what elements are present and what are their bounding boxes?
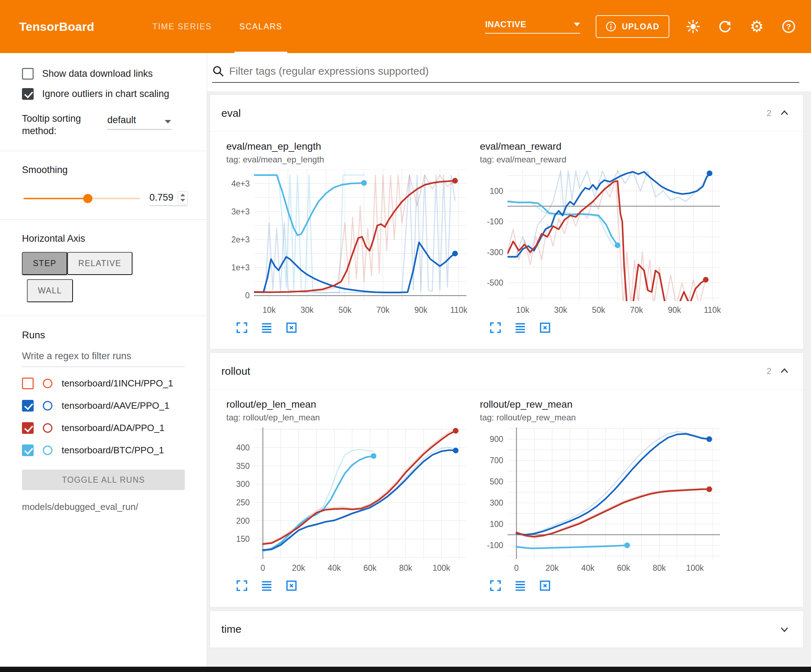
help-icon[interactable]: ? xyxy=(780,19,797,35)
runs-filter-input[interactable] xyxy=(22,351,185,367)
sidebar-divider xyxy=(0,219,207,220)
svg-text:150: 150 xyxy=(236,534,250,543)
axis-step-button[interactable]: STEP xyxy=(22,252,67,275)
settings-icon[interactable]: ⚙ xyxy=(749,19,765,35)
smoothing-value-input[interactable] xyxy=(149,192,176,203)
svg-text:350: 350 xyxy=(236,462,250,471)
tooltip-sorting-value: default xyxy=(107,115,136,125)
tag-filter-input[interactable] xyxy=(229,65,799,77)
tab-time-series[interactable]: TIME SERIES xyxy=(147,0,217,53)
maximize-card-icon[interactable] xyxy=(489,579,502,592)
svg-text:500: 500 xyxy=(490,477,503,486)
chevron-up-icon[interactable] xyxy=(779,365,791,377)
show-download-links-row[interactable]: Show data download links xyxy=(0,68,207,80)
section-title: eval xyxy=(221,107,241,119)
fit-data-icon[interactable] xyxy=(539,579,551,592)
tag-filter-row xyxy=(207,53,811,91)
run-checkbox[interactable] xyxy=(22,444,34,456)
svg-text:700: 700 xyxy=(490,456,503,465)
fit-data-icon[interactable] xyxy=(285,321,298,334)
spinner-down-icon[interactable] xyxy=(180,199,185,202)
ignore-outliers-label: Ignore outliers in chart scaling xyxy=(42,88,169,100)
chart-tag: tag: eval/mean_ep_length xyxy=(226,155,480,164)
maximize-card-icon[interactable] xyxy=(236,321,248,334)
runs-list-icon[interactable] xyxy=(514,579,527,592)
svg-text:4e+3: 4e+3 xyxy=(231,179,250,188)
upload-label: UPLOAD xyxy=(622,22,660,32)
svg-text:200: 200 xyxy=(236,516,250,525)
chevron-up-icon[interactable] xyxy=(779,107,791,119)
svg-text:3e+3: 3e+3 xyxy=(231,207,250,216)
svg-text:70k: 70k xyxy=(630,305,643,315)
spinner-up-icon[interactable] xyxy=(180,193,185,196)
horizontal-axis-buttons: STEP RELATIVE WALL xyxy=(22,252,156,302)
runs-list-icon[interactable] xyxy=(514,321,527,334)
tooltip-sorting-label: Tooltip sorting method: xyxy=(22,113,95,137)
svg-text:100k: 100k xyxy=(686,564,704,572)
chart-plot[interactable]: 020k40k60k80k100k150200250300350400 xyxy=(226,427,480,576)
status-dropdown-value: INACTIVE xyxy=(485,19,526,29)
chart-plot[interactable]: 10k30k50k70k90k110k01e+32e+33e+34e+3 xyxy=(226,169,480,318)
run-checkbox[interactable] xyxy=(22,422,34,434)
chart-card-eval-mean-reward: eval/mean_reward tag: eval/mean_reward 1… xyxy=(480,141,733,334)
chart-toolbar xyxy=(236,579,480,592)
brightness-icon[interactable] xyxy=(685,19,701,35)
maximize-card-icon[interactable] xyxy=(236,579,248,592)
section-title: time xyxy=(221,623,241,635)
run-label: tensorboard/1INCH/PPO_1 xyxy=(62,378,173,389)
sidebar-divider xyxy=(0,316,207,316)
fit-data-icon[interactable] xyxy=(285,579,298,592)
svg-text:100: 100 xyxy=(490,520,503,529)
section-rollout-header[interactable]: rollout 2 xyxy=(210,353,803,389)
svg-text:-100: -100 xyxy=(487,541,503,550)
window-bottom-edge xyxy=(0,667,811,672)
section-eval: eval 2 eval/mean_ep_length tag: eval/mea… xyxy=(210,95,804,349)
section-time-header[interactable]: time xyxy=(210,611,803,648)
section-count: 2 xyxy=(767,108,771,118)
runs-list-icon[interactable] xyxy=(260,321,273,334)
chart-card-rollout-ep-len-mean: rollout/ep_len_mean tag: rollout/ep_len_… xyxy=(226,399,480,592)
upload-button[interactable]: UPLOAD xyxy=(596,15,669,38)
maximize-card-icon[interactable] xyxy=(489,321,502,334)
svg-text:30k: 30k xyxy=(300,305,314,315)
app-title: TensorBoard xyxy=(0,0,94,53)
show-download-links-checkbox[interactable] xyxy=(22,68,34,80)
smoothing-slider-handle[interactable] xyxy=(83,194,92,203)
run-row-ada[interactable]: tensorboard/ADA/PPO_1 xyxy=(0,422,207,434)
svg-text:60k: 60k xyxy=(363,564,377,572)
runs-list-icon[interactable] xyxy=(260,579,273,592)
top-bar: TensorBoard TIME SERIES SCALARS INACTIVE… xyxy=(0,0,811,53)
run-label: tensorboard/AAVE/PPO_1 xyxy=(62,400,169,411)
smoothing-spinner[interactable] xyxy=(178,191,188,204)
run-color-circle xyxy=(43,423,53,433)
chart-title: eval/mean_ep_length xyxy=(226,141,480,152)
run-color-circle xyxy=(43,445,53,455)
run-row-1inch[interactable]: tensorboard/1INCH/PPO_1 xyxy=(0,377,207,389)
run-checkbox[interactable] xyxy=(22,400,34,411)
axis-relative-button[interactable]: RELATIVE xyxy=(67,252,132,275)
svg-text:100: 100 xyxy=(490,186,503,196)
section-title: rollout xyxy=(221,365,250,377)
run-row-btc[interactable]: tensorboard/BTC/PPO_1 xyxy=(0,444,207,456)
chart-plot[interactable]: 020k40k60k80k100k-100100300500700900 xyxy=(480,427,733,576)
ignore-outliers-row[interactable]: Ignore outliers in chart scaling xyxy=(0,88,207,100)
svg-text:300: 300 xyxy=(490,498,503,508)
svg-text:0: 0 xyxy=(514,564,519,572)
tensorboard-app: TensorBoard TIME SERIES SCALARS INACTIVE… xyxy=(0,0,811,672)
tooltip-sorting-dropdown[interactable]: default xyxy=(107,115,171,130)
chevron-down-icon[interactable] xyxy=(779,623,791,635)
tab-scalars[interactable]: SCALARS xyxy=(234,0,287,53)
svg-text:20k: 20k xyxy=(292,564,305,572)
chart-plot[interactable]: 10k30k50k70k90k110k100-100-300-500 xyxy=(480,169,733,318)
axis-wall-button[interactable]: WALL xyxy=(27,279,73,302)
run-checkbox[interactable] xyxy=(22,377,34,389)
fit-data-icon[interactable] xyxy=(539,321,551,334)
refresh-icon[interactable] xyxy=(717,19,733,35)
svg-text:0: 0 xyxy=(245,291,250,300)
smoothing-slider[interactable] xyxy=(24,198,140,199)
run-row-aave[interactable]: tensorboard/AAVE/PPO_1 xyxy=(0,400,207,411)
status-dropdown[interactable]: INACTIVE xyxy=(485,19,580,34)
toggle-all-runs-button[interactable]: TOGGLE ALL RUNS xyxy=(22,470,185,490)
section-eval-header[interactable]: eval 2 xyxy=(210,95,803,132)
ignore-outliers-checkbox[interactable] xyxy=(22,88,34,100)
